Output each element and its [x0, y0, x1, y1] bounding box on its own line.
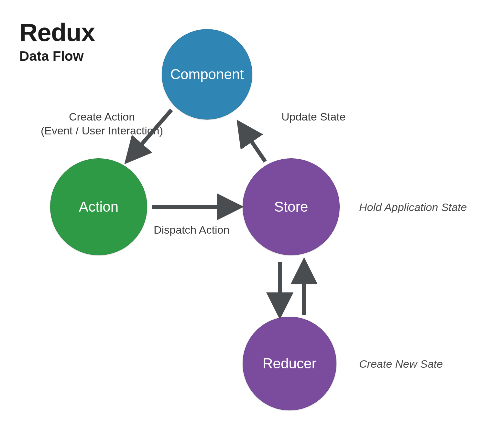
label-hold-application-state: Hold Application State — [359, 200, 467, 214]
page-title: Redux — [19, 18, 95, 47]
node-store: Store — [243, 158, 340, 255]
label-dispatch-action: Dispatch Action — [154, 223, 229, 237]
node-reducer: Reducer — [243, 317, 336, 410]
diagram-canvas: Redux Data Flow Component Action Store R… — [0, 0, 504, 422]
node-reducer-label: Reducer — [263, 355, 316, 372]
page-subtitle: Data Flow — [19, 48, 95, 64]
arrow-store-to-component — [241, 126, 265, 162]
node-component-label: Component — [170, 66, 244, 82]
node-action: Action — [50, 158, 147, 255]
title-block: Redux Data Flow — [19, 18, 95, 64]
node-action-label: Action — [79, 199, 118, 215]
node-component: Component — [162, 29, 252, 120]
node-store-label: Store — [274, 199, 308, 215]
label-create-action: Create Action (Event / User Interaction) — [32, 110, 171, 137]
label-create-new-state: Create New Sate — [359, 357, 443, 371]
label-update-state: Update State — [281, 110, 345, 124]
